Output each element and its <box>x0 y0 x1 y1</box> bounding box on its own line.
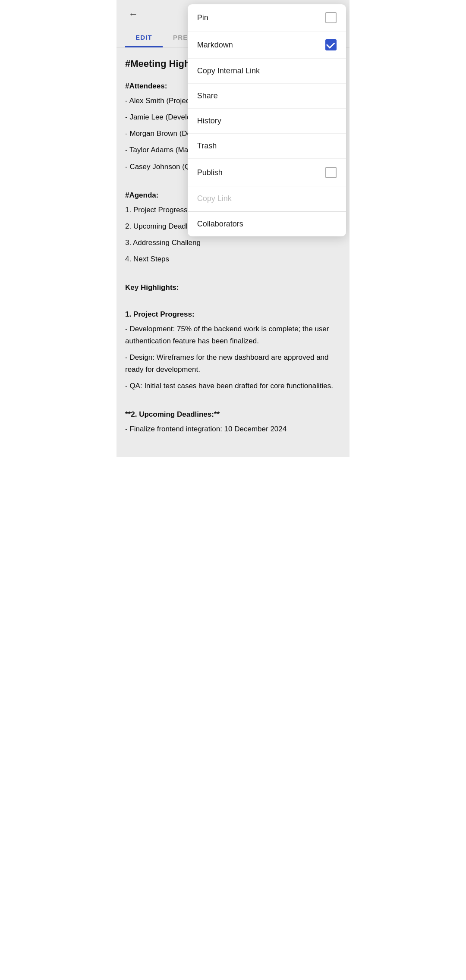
menu-item-trash[interactable]: Trash <box>188 134 346 159</box>
menu-item-share[interactable]: Share <box>188 84 346 109</box>
menu-item-label-copy-link: Copy Link <box>197 194 232 203</box>
menu-checkbox-pin[interactable] <box>325 12 337 23</box>
menu-item-label-collaborators: Collaborators <box>197 220 243 229</box>
menu-item-copy-internal-link[interactable]: Copy Internal Link <box>188 59 346 84</box>
menu-item-copy-link: Copy Link <box>188 186 346 211</box>
dropdown-menu: PinMarkdownCopy Internal LinkShareHistor… <box>188 4 346 236</box>
menu-item-label-pin: Pin <box>197 13 208 22</box>
menu-item-pin[interactable]: Pin <box>188 4 346 31</box>
menu-item-label-share: Share <box>197 91 218 101</box>
menu-item-label-history: History <box>197 116 221 126</box>
menu-checkbox-markdown[interactable] <box>325 39 337 50</box>
menu-item-collaborators[interactable]: Collaborators <box>188 211 346 236</box>
menu-item-label-copy-internal-link: Copy Internal Link <box>197 66 260 75</box>
menu-item-label-markdown: Markdown <box>197 41 233 50</box>
menu-item-label-publish: Publish <box>197 168 223 177</box>
menu-item-markdown[interactable]: Markdown <box>188 31 346 59</box>
menu-item-publish[interactable]: Publish <box>188 159 346 186</box>
menu-item-history[interactable]: History <box>188 109 346 134</box>
menu-item-label-trash: Trash <box>197 141 217 151</box>
menu-checkbox-publish[interactable] <box>325 167 337 178</box>
